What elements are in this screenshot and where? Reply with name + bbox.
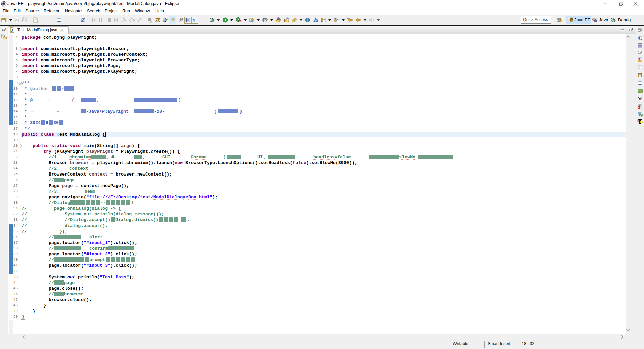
svg-text:010: 010 (34, 20, 38, 23)
svg-text:J: J (11, 28, 13, 33)
svg-text:S: S (264, 18, 266, 22)
svg-text:C: C (165, 18, 167, 21)
svg-text:J: J (595, 17, 597, 21)
svg-text:¶: ¶ (193, 18, 195, 23)
svg-text:G: G (640, 120, 643, 124)
